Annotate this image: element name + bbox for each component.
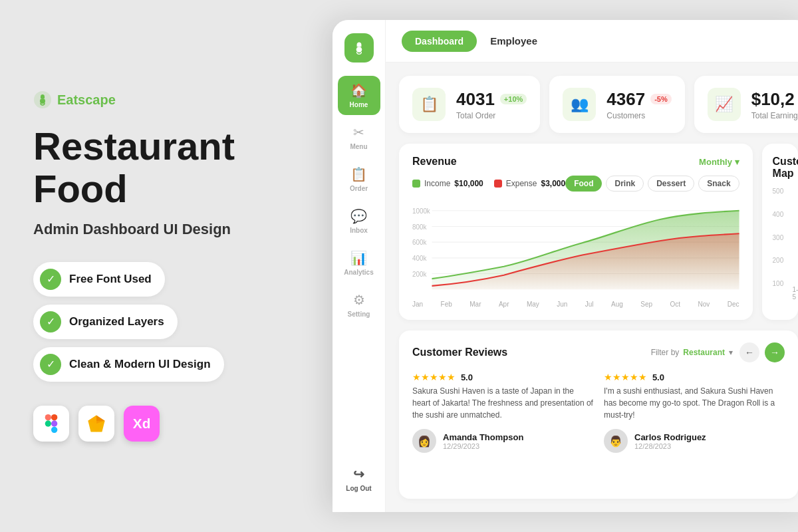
brand-logo: Eatscape [33,90,313,109]
sidebar-item-order[interactable]: 📋 Order [338,160,380,199]
nav-dashboard-btn[interactable]: Dashboard [402,31,477,52]
dashboard-wrapper: 🏠 Home ✂ Menu 📋 Order 💬 Inbox 📊 Analytic… [332,20,798,512]
reviews-filter: Filter by Restaurant ▾ [651,348,733,357]
revenue-legend: Income $10,000 Expense $3,000 [412,179,565,188]
main-content: Dashboard Employee 📋 4031 +10% Total Ord… [386,20,798,512]
sidebar-item-home[interactable]: 🏠 Home [338,76,380,115]
svg-text:800k: 800k [412,223,427,230]
sidebar-item-menu[interactable]: ✂ Menu [338,118,380,157]
stat-info-customers: 4367 -5% Customers [606,89,671,120]
reviewer-info-1: Carlos Rodriguez 12/28/2023 [634,432,706,450]
setting-icon: ⚙ [353,292,365,308]
stat-badge-customers: -5% [650,94,672,104]
reviewer-date-1: 12/28/2023 [634,442,706,450]
revenue-title: Revenue [412,156,457,168]
stat-number-earning: $10,2 [751,89,795,110]
stat-number-order: 4031 [456,89,495,110]
stars-0: ★★★★★ 5.0 [412,372,593,382]
filter-snack[interactable]: Snack [698,176,739,192]
stat-card-order: 📋 4031 +10% Total Order [399,76,540,133]
reviewer-avatar-0: 👩 [412,429,436,453]
map-header: Customer Map [773,156,787,180]
monthly-btn[interactable]: Monthly ▾ [699,157,739,167]
sidebar: 🏠 Home ✂ Menu 📋 Order 💬 Inbox 📊 Analytic… [332,20,386,512]
reviews-header: Customer Reviews Filter by Restaurant ▾ … [412,342,785,362]
stat-icon-order: 📋 [412,88,446,121]
nav-employee-btn[interactable]: Employee [490,35,537,47]
order-icon: 📋 [350,166,367,182]
figma-tool-icon [33,406,69,442]
stat-cards: 📋 4031 +10% Total Order 👥 4367 [399,76,798,133]
revenue-card: Revenue Monthly ▾ Income $10,000 [399,144,753,320]
map-title: Customer Map [773,156,798,180]
feature-item-2: ✓ Clean & Modern UI Design [33,347,224,382]
review-text-0: Sakura Sushi Haven is a taste of Japan i… [412,385,593,421]
filter-drink[interactable]: Drink [606,176,644,192]
feature-text-0: Free Font Used [69,273,152,286]
feature-check-0: ✓ [40,269,61,290]
stat-icon-customers: 👥 [563,88,596,121]
reviewer-date-0: 12/29/2023 [443,442,523,450]
left-panel: Eatscape Restaurant Food Admin Dashboard… [0,0,346,532]
menu-icon: ✂ [353,124,364,140]
svg-rect-3 [51,414,57,420]
sidebar-logo [344,33,374,63]
feature-check-2: ✓ [40,354,61,375]
sub-title: Admin Dashboard UI Design [33,221,313,238]
customer-map-card: Customer Map 500 400 300 200 100 [762,144,798,320]
sidebar-item-analytics[interactable]: 📊 Analytics [338,243,380,283]
review-item-0: ★★★★★ 5.0 Sakura Sushi Haven is a taste … [412,372,593,453]
feature-text-1: Organized Layers [69,315,164,329]
sketch-tool-icon [78,406,114,442]
sidebar-item-setting[interactable]: ⚙ Setting [338,285,380,325]
sidebar-label-inbox: Inbox [350,227,368,234]
home-icon: 🏠 [350,82,367,98]
stat-badge-order: +10% [500,94,527,104]
reviewer-avatar-1: 👨 [604,429,628,453]
stat-icon-earning: 📈 [708,88,741,121]
svg-point-12 [356,47,362,53]
svg-rect-4 [51,420,57,426]
svg-text:200k: 200k [412,270,427,277]
tool-icons: Xd [33,406,313,442]
income-dot [412,180,420,188]
analytics-icon: 📊 [350,250,367,266]
next-review-btn[interactable]: → [765,342,785,362]
svg-text:Xd: Xd [133,416,151,431]
filter-food[interactable]: Food [565,176,602,192]
stat-label-customers: Customers [606,111,671,120]
sidebar-label-setting: Setting [348,311,370,318]
stat-number-customers: 4367 [606,89,645,110]
stat-info-earning: $10,2 +8% Total Earning [751,89,798,120]
income-legend: Income $10,000 [412,179,483,188]
feature-list: ✓ Free Font Used ✓ Organized Layers ✓ Cl… [33,262,313,382]
brand-logo-icon [33,90,52,109]
feature-text-2: Clean & Modern UI Design [69,358,211,371]
reviews-title: Customer Reviews [412,346,507,358]
svg-text:1000k: 1000k [412,207,431,215]
sidebar-label-analytics: Analytics [344,269,373,276]
logout-label: Log Out [346,485,371,492]
sidebar-logout[interactable]: ↪ Log Out [340,460,376,499]
reviews-filter-val: Restaurant [683,348,725,357]
revenue-chart-wrap: 1000k 800k 600k 400k 200k [412,203,739,297]
nav-arrows: ← → [739,342,785,362]
sidebar-item-inbox[interactable]: 💬 Inbox [338,201,380,241]
filter-dessert[interactable]: Dessert [648,176,694,192]
sidebar-label-order: Order [350,185,368,192]
review-text-1: I'm a sushi enthusiast, and Sakura Sushi… [604,385,785,421]
svg-text:400k: 400k [412,255,427,262]
review-item-1: ★★★★★ 5.0 I'm a sushi enthusiast, and Sa… [604,372,785,453]
content-area: 📋 4031 +10% Total Order 👥 4367 [386,63,798,512]
stat-label-earning: Total Earning [751,111,798,120]
prev-review-btn[interactable]: ← [739,342,759,362]
brand-name: Eatscape [57,92,116,108]
map-y-labels: 500 400 300 200 100 [773,188,784,287]
reviewer-1: 👨 Carlos Rodriguez 12/28/2023 [604,429,785,453]
chart-x-labels: JanFebMarAprMay JunJulAugSepOct NovDec [412,301,739,308]
stat-label-order: Total Order [456,111,527,120]
stat-card-customers: 👥 4367 -5% Customers [549,76,684,133]
expense-legend: Expense $3,000 [494,179,565,188]
svg-rect-2 [45,414,51,420]
reviewer-name-1: Carlos Rodriguez [634,432,706,442]
